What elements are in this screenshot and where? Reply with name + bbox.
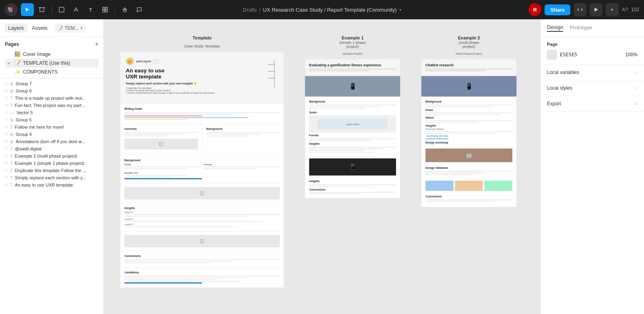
drag-handle-icon: ⠿	[5, 111, 8, 115]
drag-handle-icon: ⠿	[5, 140, 8, 144]
drag-handle-icon: ⠿	[5, 161, 8, 166]
layer-item-text1[interactable]: ⠿ T This is a made up project with mul..…	[0, 94, 103, 102]
limitations-section: Limitations	[120, 267, 284, 287]
page-emoji-template: 📝	[14, 60, 21, 66]
layer-item-group4[interactable]: ⠿ ⊞ Group 4	[0, 131, 103, 138]
zoom-level[interactable]: A?	[622, 7, 628, 12]
hand-tool[interactable]	[118, 3, 131, 16]
code-icon[interactable]	[574, 3, 586, 16]
layer-item-easy[interactable]: ⠿ T An easy to use UXR template	[0, 181, 103, 189]
layer-item-group5[interactable]: ⠿ ⊞ Group 5	[0, 116, 103, 123]
breadcrumb: Drafts / UX Research Case Study / Report…	[243, 7, 401, 13]
export-section[interactable]: Export +	[541, 96, 644, 112]
layer-item-replace[interactable]: ⠿ T Simply replace each section with y..…	[0, 174, 103, 181]
pages-header: Pages +	[5, 41, 99, 47]
local-variables-expand-icon: ›	[636, 70, 638, 75]
ex2-charts	[421, 179, 516, 193]
figma-logo[interactable]	[5, 3, 18, 16]
user-avatar[interactable]: R	[528, 3, 541, 16]
layers-list: ⠿ ⊞ Group 7 ⠿ ⊞ Group 6 ⠿ T This is a ma…	[0, 78, 103, 314]
example1-labels: Example 1 (simple 1 phase project)	[339, 35, 366, 49]
shape-tool[interactable]	[55, 3, 68, 16]
layer-item-text4[interactable]: ⠿ T @aadil.digital	[0, 145, 103, 152]
tab-design[interactable]: Design	[547, 24, 563, 32]
local-styles-expand-icon: ›	[636, 86, 638, 90]
pen-tool[interactable]	[70, 3, 83, 16]
share-button[interactable]: Share	[545, 4, 570, 15]
svg-rect-8	[105, 7, 107, 9]
template-frame[interactable]: 😊 aadil.digital ✓ An easy to use UXR tem…	[120, 51, 284, 288]
layer-item-duplicate[interactable]: ⠿ T Duplicate this template Follow the .…	[0, 167, 103, 174]
template-frame-label: Template	[192, 35, 212, 41]
layer-item-example2[interactable]: ⠿ T Example 2 (multi phase project)	[0, 152, 103, 160]
example2-frame[interactable]: Chatbot research 📱 Background Goals Stat…	[421, 59, 517, 207]
toolbar-right: R Share A? 102	[528, 3, 639, 16]
frame-tool[interactable]	[35, 3, 48, 16]
page-color-row: E5E5E5 100%	[547, 50, 638, 60]
example1-sub1: (simple 1 phase	[339, 41, 366, 45]
opacity-value[interactable]: 100%	[625, 52, 638, 57]
page-emoji: 🖼️	[14, 51, 21, 57]
comment-tool[interactable]	[133, 3, 146, 16]
cover-brand: aadil.digital	[136, 60, 151, 63]
page-section-title: Page	[547, 42, 638, 47]
color-value[interactable]: E5E5E5	[560, 52, 577, 57]
page-item-cover[interactable]: 🖼️ Cover Image	[5, 50, 99, 59]
example1-label: Example 1	[339, 35, 366, 41]
layer-item-text2[interactable]: ⠿ T Fun fact: This project was my part .…	[0, 102, 103, 109]
page-label-components: COMPONENTS	[23, 69, 58, 75]
layer-type-icon: —	[10, 111, 14, 115]
move-tool[interactable]	[21, 3, 34, 16]
example2-labels: Example 2 (multi phase project)	[458, 35, 480, 49]
layer-item-group6[interactable]: ⠿ ⊞ Group 6	[0, 87, 103, 94]
cover-sub: Simply replace each section with your ow…	[126, 82, 247, 85]
play-button[interactable]	[590, 3, 603, 16]
cover-right	[251, 57, 279, 98]
page-item-template[interactable]: ✓ 📝 TEMPLATE (Use this)	[5, 59, 99, 68]
layer-item-text3[interactable]: ⠿ T Follow me here for more!	[0, 123, 103, 131]
layer-item-group7[interactable]: ⠿ ⊞ Group 7	[0, 80, 103, 87]
svg-rect-6	[59, 7, 64, 12]
canvas-content: Template Case Study Template 😊 aadil.dig…	[120, 35, 517, 288]
left-panel: Layers Assets 📝 TEM... ▾ Pages + 🖼️ Cove…	[0, 19, 104, 314]
breadcrumb-drafts[interactable]: Drafts	[243, 7, 257, 13]
layer-item-vector5[interactable]: ⠿ — Vector 5	[0, 109, 103, 116]
tab-assets[interactable]: Assets	[29, 23, 51, 33]
ex1-dark-box: 📱	[309, 158, 396, 176]
ex2-workshop-img: 🏢	[425, 148, 512, 162]
file-tab[interactable]: 📝 TEM... ▾	[54, 24, 85, 33]
color-swatch[interactable]	[547, 50, 557, 60]
layer-item-annotations[interactable]: ⠿ ⊞ Annotations (turn off if you dont w.…	[0, 138, 103, 145]
layer-label: @aadil.digital	[15, 146, 41, 151]
drag-handle-icon: ⠿	[5, 168, 8, 173]
layer-type-icon: ⊞	[10, 89, 13, 93]
title-chevron[interactable]: ▾	[399, 8, 401, 12]
layer-type-icon: T	[10, 161, 12, 166]
local-variables-section[interactable]: Local variables ›	[541, 65, 644, 80]
layer-type-icon: T	[10, 154, 12, 158]
page-item-components[interactable]: ✨ COMPONENTS	[5, 68, 99, 76]
play-chevron[interactable]	[606, 3, 619, 16]
file-title[interactable]: UX Research Case Study / Report Template…	[263, 7, 397, 13]
layer-label: Group 7	[16, 81, 32, 86]
text-tool[interactable]: T	[84, 3, 97, 16]
cover-section: 😊 aadil.digital ✓ An easy to use UXR tem…	[120, 52, 284, 104]
export-label: Export	[547, 101, 561, 107]
canvas[interactable]: Template Case Study Template 😊 aadil.dig…	[104, 19, 540, 314]
layer-label: Group 6	[16, 88, 32, 93]
local-styles-section[interactable]: Local styles ›	[541, 80, 644, 96]
drag-handle-icon: ⠿	[5, 82, 8, 86]
tab-prototype[interactable]: Prototype	[570, 25, 592, 31]
svg-rect-1	[40, 8, 44, 12]
tab-layers[interactable]: Layers	[5, 23, 27, 33]
background-section: Background Goals Format	[120, 155, 284, 184]
drag-handle-icon: ⠿	[5, 96, 8, 101]
add-page-button[interactable]: +	[95, 41, 99, 47]
layer-type-icon: T	[10, 176, 12, 180]
example1-frame[interactable]: Evaluating a gamification fitness experi…	[305, 59, 400, 199]
zoom-percentage[interactable]: 102	[631, 7, 639, 12]
components-tool[interactable]	[99, 3, 111, 16]
layer-item-example1[interactable]: ⠿ T Example 1 (simple 1 phase project)	[0, 160, 103, 167]
layer-type-icon: T	[10, 125, 12, 129]
divider1	[52, 6, 52, 14]
